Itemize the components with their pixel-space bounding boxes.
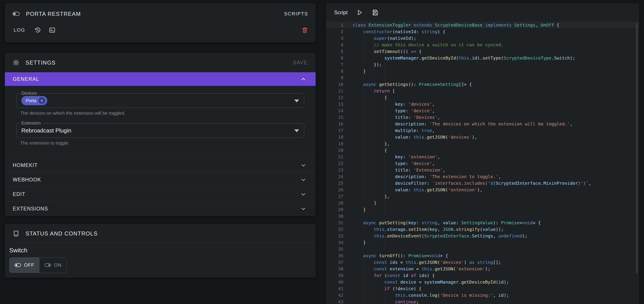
code-line: 43 continue;: [326, 299, 639, 304]
device-chip[interactable]: Porta ×: [21, 96, 47, 105]
code-text: }: [352, 239, 366, 246]
save-button[interactable]: SAVE: [293, 60, 308, 66]
settings-section-row[interactable]: EDIT: [5, 187, 316, 201]
section-general-label: GENERAL: [13, 76, 39, 82]
line-number: 25: [326, 180, 343, 186]
switch-off-button[interactable]: OFF: [10, 258, 39, 273]
code-line: 33 this.onDeviceEvent(ScryptedInterface.…: [326, 233, 639, 239]
line-number: 7: [326, 61, 343, 68]
code-text: description: 'The devices on which the e…: [352, 121, 572, 127]
devices-helper-text: The devices on which the extension will …: [20, 111, 304, 116]
code-line: 18 value: this.getJSON('devices'),: [326, 134, 639, 140]
editor-title: Script: [334, 9, 348, 15]
code-line: 30: [326, 213, 639, 219]
line-number: 26: [326, 186, 343, 193]
line-number: 4: [326, 41, 343, 48]
chevron-down-icon: [300, 191, 306, 197]
line-number: 33: [326, 233, 343, 239]
line-number: 17: [326, 127, 343, 134]
devices-select[interactable]: Devices Porta ×: [16, 93, 304, 108]
extension-select-label: Extension: [20, 121, 42, 126]
code-line: 1 class ExtensionToggler extends Scrypte…: [326, 22, 639, 28]
device-toolbar: LOG: [12, 24, 308, 36]
device-header-row: PORTA RESTREAM SCRIPTS: [12, 9, 308, 19]
log-button[interactable]: LOG: [12, 26, 26, 34]
line-number: 42: [326, 292, 343, 299]
script-editor-card: Script 1 class ExtensionToggler extends …: [326, 3, 639, 304]
settings-section-row[interactable]: HOMEKIT: [5, 158, 316, 172]
code-lines: 1 class ExtensionToggler extends Scrypte…: [326, 22, 639, 304]
code-text: const device = systemManager.getDeviceBy…: [352, 279, 509, 285]
code-text: systemManager.getDeviceById(this.id).set…: [352, 55, 575, 61]
save-icon[interactable]: [372, 9, 378, 16]
code-line: 34 }: [326, 239, 639, 246]
code-text: value: this.getJSON('devices'),: [352, 134, 477, 140]
code-text: }: [352, 68, 366, 74]
line-number: 21: [326, 153, 343, 160]
code-line: 26 value: this.getJSON('extension'),: [326, 186, 639, 193]
trash-icon[interactable]: [302, 27, 308, 33]
code-text: {: [352, 147, 387, 153]
general-section-body: Devices Porta × The devices on which the…: [5, 86, 316, 158]
line-number: 39: [326, 272, 343, 279]
code-line: 23 title: 'Extension',: [326, 167, 639, 173]
line-number: 31: [326, 219, 343, 226]
switch-off-label: OFF: [24, 262, 34, 268]
extension-select[interactable]: Extension Rebroadcast Plugin: [16, 123, 304, 138]
code-editor[interactable]: 1 class ExtensionToggler extends Scrypte…: [326, 22, 639, 304]
line-number: 41: [326, 285, 343, 292]
code-text: super(nativeId);: [352, 35, 416, 41]
device-header-card: PORTA RESTREAM SCRIPTS LOG: [5, 3, 316, 42]
code-text: const ids = this.getJSON('devices') as s…: [352, 259, 501, 266]
history-icon[interactable]: [34, 27, 41, 33]
line-number: 13: [326, 101, 343, 107]
line-number: 16: [326, 121, 343, 127]
chevron-down-icon: [300, 206, 306, 212]
line-number: 8: [326, 68, 343, 74]
play-icon[interactable]: [356, 9, 363, 16]
code-line: 32 this.storage.setItem(key, JSON.string…: [326, 226, 639, 233]
code-line: 36 async turnOff(): Promise<void> {: [326, 252, 639, 259]
code-line: 7 });: [326, 61, 639, 68]
code-line: 22 type: 'device',: [326, 160, 639, 167]
code-text: async turnOff(): Promise<void> {: [352, 252, 448, 259]
line-number: 36: [326, 252, 343, 259]
switch-on-button[interactable]: ON: [39, 258, 66, 273]
code-line: 21 key: 'extension',: [326, 153, 639, 160]
console-icon[interactable]: [49, 27, 56, 33]
gear-icon: [13, 59, 19, 66]
breadcrumb-scripts[interactable]: SCRIPTS: [284, 11, 308, 17]
code-text: multiple: true,: [352, 127, 435, 134]
code-text: }: [352, 206, 366, 213]
chevron-down-icon: [300, 162, 306, 168]
code-text: constructor(nativeId: string) {: [352, 28, 445, 35]
section-general[interactable]: GENERAL: [5, 72, 316, 86]
code-line: 13 key: 'devices',: [326, 101, 639, 107]
line-number: 30: [326, 213, 343, 219]
code-text: const extension = this.getJSON('extensio…: [352, 266, 490, 272]
settings-section-row[interactable]: EXTENSIONS: [5, 201, 316, 216]
code-line: 9: [326, 74, 639, 81]
code-text: if (!device) {: [352, 285, 422, 292]
code-line: 15 title: 'Devices',: [326, 114, 639, 121]
chip-remove-icon[interactable]: ×: [38, 97, 45, 104]
code-text: continue;: [352, 299, 419, 304]
settings-section-row[interactable]: WEBHOOK: [5, 172, 316, 187]
editor-scrollbar[interactable]: [636, 23, 638, 274]
settings-section-label: EDIT: [13, 191, 25, 197]
code-text: return [: [352, 88, 395, 94]
code-text: value: this.getJSON('extension'),: [352, 186, 482, 193]
line-number: 34: [326, 239, 343, 246]
code-line: 41 if (!device) {: [326, 285, 639, 292]
code-line: 24 description: 'The extension to toggle…: [326, 173, 639, 180]
code-line: 28 ]: [326, 200, 639, 206]
status-controls-card: STATUS AND CONTROLS Switch OFF: [5, 224, 316, 278]
line-number: 28: [326, 200, 343, 206]
device-chip-label: Porta: [26, 98, 36, 103]
code-line: 12 {: [326, 94, 639, 101]
code-line: 3 super(nativeId);: [326, 35, 639, 41]
code-text: type: 'device',: [352, 107, 435, 114]
line-number: 40: [326, 279, 343, 285]
line-number: 18: [326, 134, 343, 140]
code-text: for (const id of ids) {: [352, 272, 435, 279]
